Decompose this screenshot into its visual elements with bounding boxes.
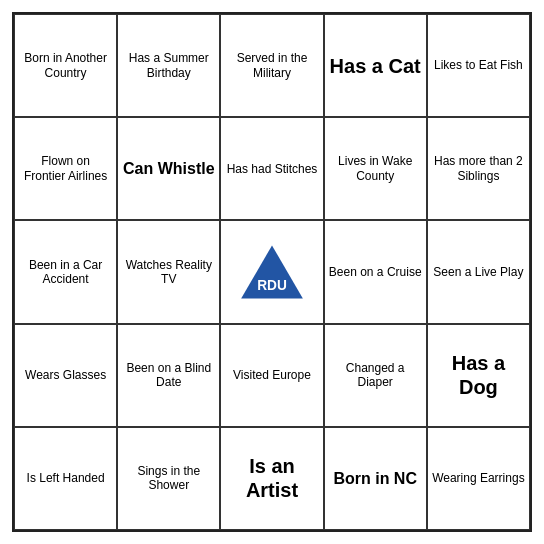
bingo-cell-r1c3[interactable]: Lives in Wake County bbox=[324, 117, 427, 220]
bingo-cell-r1c4[interactable]: Has more than 2 Siblings bbox=[427, 117, 530, 220]
bingo-cell-r3c4[interactable]: Has a Dog bbox=[427, 324, 530, 427]
bingo-cell-r4c1[interactable]: Sings in the Shower bbox=[117, 427, 220, 530]
bingo-cell-r3c3[interactable]: Changed a Diaper bbox=[324, 324, 427, 427]
bingo-cell-r2c3[interactable]: Been on a Cruise bbox=[324, 220, 427, 323]
bingo-cell-r2c4[interactable]: Seen a Live Play bbox=[427, 220, 530, 323]
bingo-cell-r2c0[interactable]: Been in a Car Accident bbox=[14, 220, 117, 323]
bingo-cell-r4c3[interactable]: Born in NC bbox=[324, 427, 427, 530]
bingo-cell-r0c0[interactable]: Born in Another Country bbox=[14, 14, 117, 117]
bingo-cell-r4c2[interactable]: Is an Artist bbox=[220, 427, 323, 530]
bingo-cell-r0c3[interactable]: Has a Cat bbox=[324, 14, 427, 117]
bingo-board: Born in Another CountryHas a Summer Birt… bbox=[12, 12, 532, 532]
bingo-cell-r1c0[interactable]: Flown on Frontier Airlines bbox=[14, 117, 117, 220]
bingo-cell-r3c1[interactable]: Been on a Blind Date bbox=[117, 324, 220, 427]
bingo-cell-r2c1[interactable]: Watches Reality TV bbox=[117, 220, 220, 323]
bingo-cell-r3c0[interactable]: Wears Glasses bbox=[14, 324, 117, 427]
bingo-cell-r2c2[interactable]: RDU bbox=[220, 220, 323, 323]
bingo-cell-r1c1[interactable]: Can Whistle bbox=[117, 117, 220, 220]
bingo-cell-r0c2[interactable]: Served in the Military bbox=[220, 14, 323, 117]
bingo-cell-r4c4[interactable]: Wearing Earrings bbox=[427, 427, 530, 530]
bingo-cell-r0c4[interactable]: Likes to Eat Fish bbox=[427, 14, 530, 117]
bingo-cell-r3c2[interactable]: Visited Europe bbox=[220, 324, 323, 427]
svg-text:RDU: RDU bbox=[257, 278, 287, 293]
bingo-cell-r4c0[interactable]: Is Left Handed bbox=[14, 427, 117, 530]
bingo-cell-r1c2[interactable]: Has had Stitches bbox=[220, 117, 323, 220]
bingo-cell-r0c1[interactable]: Has a Summer Birthday bbox=[117, 14, 220, 117]
